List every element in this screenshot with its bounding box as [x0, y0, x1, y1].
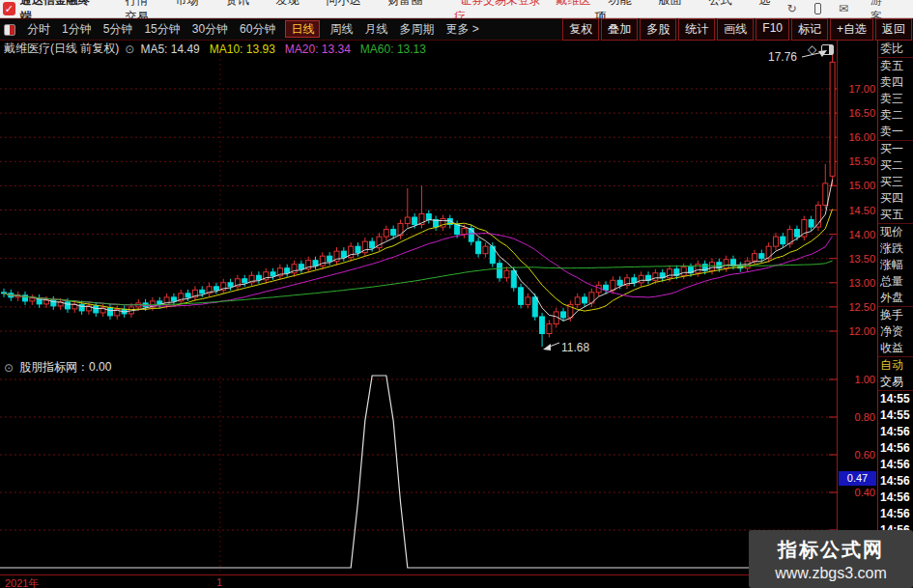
candle-body: [94, 306, 99, 313]
candle-body: [469, 229, 473, 242]
watermark: 指标公式网 www.zbgs3.com: [749, 530, 913, 588]
quote-info-2: 涨幅: [878, 257, 913, 273]
candle-body: [504, 270, 509, 278]
candle-body: [370, 241, 375, 248]
timeframe-items: 分时1分钟5分钟15分钟30分钟60分钟日线周线月线多周期更多 >: [21, 21, 485, 38]
toolbar-button-7[interactable]: +自选: [830, 18, 873, 41]
timeframe-4[interactable]: 30分钟: [192, 22, 228, 36]
buy-level-3: 买四: [878, 190, 913, 207]
weibi-label: 委比: [878, 41, 913, 57]
indicator-line: [0, 376, 837, 568]
menu-item-right-2[interactable]: 公式: [708, 0, 731, 7]
tick-time-6: 14:56: [878, 490, 913, 506]
menu-item-5[interactable]: 财富圈: [388, 0, 423, 7]
ma5-line: [4, 180, 833, 321]
refresh-icon[interactable]: ↻: [786, 2, 796, 15]
buy-level-4: 买五: [878, 207, 913, 223]
indicator-axis-label-3: 0.40: [855, 486, 875, 499]
candle-body: [830, 62, 835, 176]
candle-body: [405, 217, 410, 224]
trade-login-status[interactable]: 证券交易未登录: [460, 0, 541, 7]
candle-body: [391, 230, 396, 236]
high-price-label: 17.76: [768, 50, 797, 64]
ma-label-0: MA5: 14.49: [140, 42, 199, 56]
candle-body: [426, 214, 431, 220]
candle-body: [328, 256, 332, 262]
indicator-value-marker: 0.47: [839, 471, 876, 486]
menu-item-1[interactable]: 市场: [176, 0, 199, 7]
tick-time-1: 14:55: [878, 407, 913, 424]
indicator-chart[interactable]: [0, 375, 837, 574]
ma60-line: [4, 261, 833, 305]
menu-item-4[interactable]: 问小达: [327, 0, 361, 7]
tdx-terminal-window: ✓ 通达信金融终端 行情市场资讯发现问小达财富圈交易 证券交易未登录 戴维医疗 …: [0, 0, 913, 588]
menu-item-2[interactable]: 资讯: [226, 0, 249, 7]
price-axis-label-6: 14.00: [848, 228, 875, 241]
timeframe-8[interactable]: 月线: [364, 22, 387, 36]
candle-body: [313, 261, 318, 266]
timeframe-7[interactable]: 周线: [329, 22, 353, 36]
candle-body: [781, 237, 785, 244]
diamond-icon[interactable]: ◇: [808, 42, 816, 56]
candle-body: [617, 280, 622, 285]
candle-body: [823, 183, 828, 206]
candle-body: [752, 254, 756, 262]
toolbar-button-6[interactable]: 标记: [791, 18, 828, 41]
candle-body: [228, 283, 233, 287]
price-axis: 0.47 17.0016.5016.0015.5015.0014.5014.00…: [837, 41, 877, 588]
menu-item-right-0[interactable]: 功能: [608, 0, 631, 7]
timeframe-3[interactable]: 15分钟: [144, 22, 180, 36]
candle-body: [724, 260, 728, 268]
layout-toggle-icon[interactable]: [4, 24, 15, 36]
watermark-url: www.zbgs3.com: [775, 565, 887, 582]
candle-body: [575, 297, 580, 305]
quote-info2-2: 收益: [878, 340, 913, 356]
toolbar-button-3[interactable]: 统计: [678, 18, 715, 41]
candle-body: [498, 264, 502, 278]
candle-body: [809, 220, 813, 228]
timeframe-2[interactable]: 5分钟: [103, 22, 133, 36]
candlestick-chart[interactable]: 17.7611.68: [0, 42, 837, 357]
mail-icon[interactable]: ✉: [839, 2, 848, 15]
candle-body: [766, 246, 771, 259]
timeframe-0[interactable]: 分时: [27, 22, 50, 36]
sidebar-group-trade-tab: 自动交易: [878, 356, 913, 390]
collapse-icon[interactable]: ⊙: [4, 361, 14, 375]
tdx-logo-icon: ✓: [3, 2, 15, 15]
menu-item-3[interactable]: 发现: [276, 0, 300, 7]
ma-label-1: MA10: 13.93: [210, 42, 275, 56]
toolbar-button-8[interactable]: 返回: [875, 18, 912, 41]
timeframe-6[interactable]: 日线: [285, 20, 320, 38]
sidebar-group-sell-level: 卖五卖四卖三卖二卖一: [878, 57, 913, 140]
price-axis-label-0: 17.00: [848, 82, 875, 96]
toolbar-right-buttons: 复权叠加多股统计画线F10标记+自选返回: [560, 18, 913, 41]
candle-body: [526, 297, 530, 305]
sell-level-2: 卖三: [878, 91, 913, 107]
toolbar-button-1[interactable]: 叠加: [601, 18, 638, 41]
timeframe-1[interactable]: 1分钟: [62, 22, 92, 36]
timeframe-10[interactable]: 更多 >: [445, 22, 478, 36]
menu-item-right-1[interactable]: 版面: [658, 0, 681, 7]
candle-body: [611, 280, 615, 290]
timeframe-9[interactable]: 多周期: [399, 22, 434, 36]
toolbar-button-2[interactable]: 多股: [640, 18, 676, 41]
tick-time-3: 14:56: [878, 440, 913, 457]
mobile-app-icon[interactable]: [814, 3, 821, 14]
candle-body: [384, 230, 388, 238]
collapse-icon[interactable]: ⊙: [125, 42, 134, 56]
toolbar-button-5[interactable]: F10: [756, 18, 789, 41]
candle-body: [271, 272, 275, 276]
split-window-icon[interactable]: [821, 44, 834, 55]
toolbar-button-0[interactable]: 复权: [562, 18, 599, 41]
trade-tab-1[interactable]: 交易: [878, 374, 913, 390]
price-axis-label-1: 16.50: [848, 106, 875, 120]
timeframe-5[interactable]: 60分钟: [240, 22, 275, 36]
watermark-title: 指标公式网: [778, 537, 884, 563]
ma-label-3: MA60: 13.13: [360, 42, 426, 56]
toolbar-button-4[interactable]: 画线: [717, 18, 754, 41]
sidebar-group-quote-info: 现价涨跌涨幅总量外盘: [878, 223, 913, 306]
menu-item-0[interactable]: 行情: [126, 0, 149, 7]
candle-body: [243, 279, 247, 283]
trade-tab-0[interactable]: 自动: [878, 357, 913, 374]
candle-body: [30, 298, 35, 301]
